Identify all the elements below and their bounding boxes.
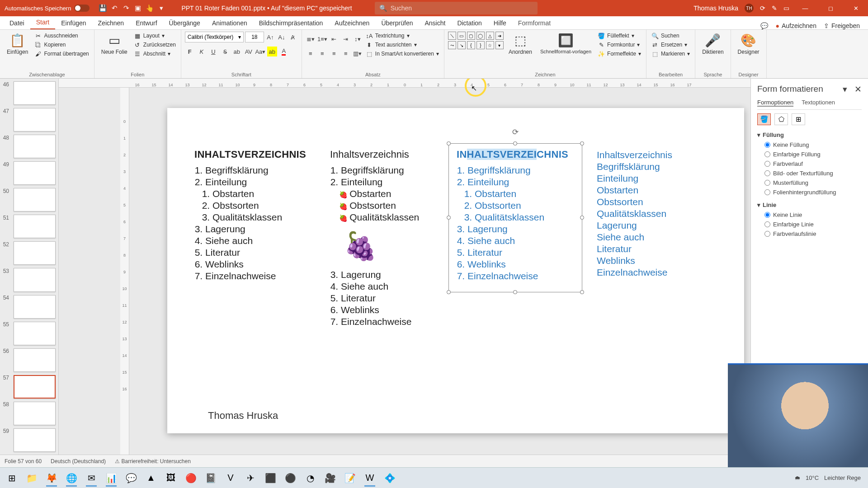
visio-icon[interactable]: V	[222, 469, 240, 487]
shape-more-icon[interactable]: ▾	[495, 41, 504, 49]
shadow-button[interactable]: ab	[232, 47, 242, 56]
tab-dictation[interactable]: Dictation	[451, 17, 487, 29]
radio-option[interactable]: Einfarbige Linie	[757, 220, 862, 229]
pane-tab-text[interactable]: Textoptionen	[802, 99, 835, 107]
outline-button[interactable]: ✎Formkontur ▾	[596, 41, 642, 49]
language-status[interactable]: Deutsch (Deutschland)	[51, 458, 106, 465]
toggle-switch[interactable]	[74, 5, 90, 12]
search-box[interactable]: 🔍	[375, 2, 538, 14]
justify-button[interactable]: ≡	[341, 48, 351, 58]
notepad-icon[interactable]: 📝	[341, 469, 359, 487]
selection-handle[interactable]	[447, 141, 451, 145]
undo-icon[interactable]: ↶	[110, 4, 118, 12]
image-viewer-icon[interactable]: 🖼	[162, 469, 180, 487]
tab-ansicht[interactable]: Ansicht	[419, 17, 451, 29]
shape-line-icon[interactable]: ＼	[448, 32, 456, 40]
thumbnail-46[interactable]	[14, 81, 56, 105]
pane-tab-shape[interactable]: Formoptionen	[757, 99, 793, 107]
shape-rect2-icon[interactable]: ▢	[467, 32, 475, 40]
new-slide-button[interactable]: ▭Neue Folie	[98, 32, 131, 56]
outlook-icon[interactable]: ✉	[82, 469, 100, 487]
indent-button[interactable]: ⇥	[341, 34, 351, 44]
start-menu-icon[interactable]: ⊞	[3, 469, 21, 487]
weather-icon[interactable]: 🌧	[794, 474, 800, 481]
tab-aufzeichnen[interactable]: Aufzeichnen	[329, 17, 375, 29]
thumbnail-59[interactable]	[14, 428, 56, 452]
pane-dropdown-icon[interactable]: ▾	[843, 84, 847, 94]
selection-handle[interactable]	[580, 216, 584, 220]
shape-tri-icon[interactable]: △	[486, 32, 494, 40]
bold-button[interactable]: F	[185, 47, 195, 56]
tab-zeichnen[interactable]: Zeichnen	[92, 17, 130, 29]
thumbnail-47[interactable]	[14, 108, 56, 131]
comments-icon[interactable]: 💬	[760, 22, 768, 29]
ribbon-mode-icon[interactable]: ▭	[783, 5, 789, 12]
arrange-button[interactable]: ⬚Anordnen	[505, 32, 535, 56]
selection-handle[interactable]	[580, 290, 584, 294]
shape-brace2-icon[interactable]: }	[476, 41, 485, 49]
shape-oval-icon[interactable]: ◯	[476, 32, 485, 40]
explorer-icon[interactable]: 📁	[23, 469, 41, 487]
shape-rect-icon[interactable]: ▭	[458, 32, 466, 40]
thumbnail-49[interactable]	[14, 161, 56, 185]
user-avatar[interactable]: TH	[745, 4, 754, 13]
chrome-icon[interactable]: 🌐	[62, 469, 80, 487]
save-icon[interactable]: 💾	[99, 4, 107, 12]
smartart-button[interactable]: ⬚In SmartArt konvertieren ▾	[364, 50, 440, 58]
radio-option[interactable]: Farbverlaufslinie	[757, 229, 862, 239]
align-center-button[interactable]: ≡	[317, 48, 327, 58]
copy-button[interactable]: ⿻Kopieren	[33, 41, 90, 49]
dedent-button[interactable]: ⇤	[329, 34, 339, 44]
rotation-handle-icon[interactable]: ⟳	[512, 127, 519, 137]
sync-icon[interactable]: ⟳	[760, 5, 765, 12]
strike-button[interactable]: S̶	[220, 47, 230, 56]
firefox-icon[interactable]: 🦊	[42, 469, 61, 487]
italic-button[interactable]: K	[197, 47, 207, 56]
thumbnail-55[interactable]	[14, 322, 56, 345]
pane-close-icon[interactable]: ✕	[854, 84, 862, 94]
shape-brace-icon[interactable]: {	[467, 41, 475, 49]
fill-effect-button[interactable]: 🪣Fülleffekt ▾	[596, 32, 642, 40]
radio-option[interactable]: Farbverlauf	[757, 159, 862, 169]
quick-styles-button[interactable]: 🔲Schnellformat-vorlagen	[537, 32, 594, 56]
text-align-button[interactable]: ⬍Text ausrichten ▾	[364, 41, 440, 49]
slide[interactable]: INHALTSVERZEICHNIS BegriffsklärungEintei…	[167, 108, 744, 433]
shape-curve-icon[interactable]: ⤳	[448, 41, 456, 49]
radio-option[interactable]: Musterfüllung	[757, 178, 862, 188]
app3-icon[interactable]: ⬛	[261, 469, 279, 487]
tab-bildschirm[interactable]: Bildschirmpräsentation	[253, 17, 329, 29]
fill-section-header[interactable]: ▾ Füllung	[757, 130, 862, 140]
selection-handle[interactable]	[447, 216, 451, 220]
spacing-button[interactable]: AV	[244, 47, 254, 56]
dictate-button[interactable]: 🎤Diktieren	[699, 32, 726, 56]
tab-formformat[interactable]: Formformat	[512, 17, 557, 29]
effects-button[interactable]: ✨Formeffekte ▾	[596, 50, 642, 58]
bullets-button[interactable]: ≣▾	[306, 34, 316, 44]
thumbnail-50[interactable]	[14, 188, 56, 211]
shape-gallery[interactable]: ＼ ▭ ▢ ◯ △ ➔ ⤳ ↘ { } ☆ ▾	[448, 32, 504, 49]
autosave-toggle[interactable]: Automatisches Speichern	[5, 5, 90, 12]
underline-button[interactable]: U	[208, 47, 218, 56]
selection-handle[interactable]	[513, 290, 517, 294]
present-icon[interactable]: ▣	[134, 4, 142, 12]
font-color-button[interactable]: A	[279, 47, 289, 56]
app5-icon[interactable]: 💠	[381, 469, 399, 487]
slide-thumbnails[interactable]: 4647484950515253545556575859	[0, 79, 59, 455]
columns-button[interactable]: ▥▾	[353, 48, 363, 58]
tab-datei[interactable]: Datei	[4, 17, 30, 29]
thumbnail-51[interactable]	[14, 215, 56, 238]
powerpoint-icon[interactable]: 📊	[102, 469, 120, 487]
thumbnail-52[interactable]	[14, 241, 56, 265]
app-icon[interactable]: 💬	[122, 469, 140, 487]
redo-icon[interactable]: ↷	[122, 4, 130, 12]
thumbnail-54[interactable]	[14, 295, 56, 319]
record-button[interactable]: ●Aufzeichnen	[775, 22, 816, 29]
zoom-icon[interactable]: 🎥	[321, 469, 339, 487]
shape-arrow-icon[interactable]: ➔	[495, 32, 504, 40]
section-button[interactable]: ☰Abschnitt ▾	[132, 50, 177, 58]
thumbnail-53[interactable]	[14, 268, 56, 291]
selection-box[interactable]: ⟳	[448, 143, 582, 292]
radio-option[interactable]: Bild- oder Texturfüllung	[757, 169, 862, 178]
vlc-icon[interactable]: ▲	[142, 469, 160, 487]
shape-connector-icon[interactable]: ↘	[458, 41, 466, 49]
